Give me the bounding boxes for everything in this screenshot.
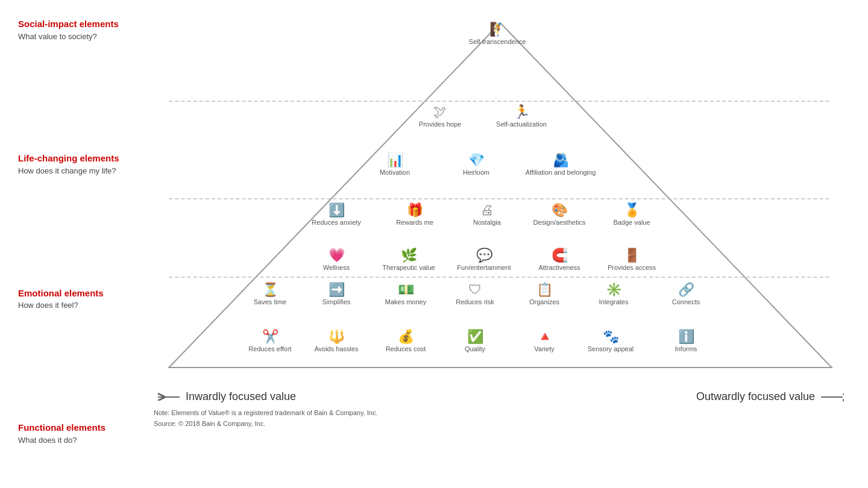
attractiveness-item: 🧲 Attractiveness: [529, 249, 590, 272]
right-arrow-label: Outwardly focused value: [696, 390, 844, 403]
heirloom-label: Heirloom: [463, 169, 489, 177]
organizes-item: 📋 Organizes: [514, 283, 574, 306]
sensory-appeal-label: Sensory appeal: [588, 345, 634, 353]
therapeutic-value-item: 🌿 Therapeutic value: [379, 249, 439, 272]
fun-entertainment-item: 💬 Fun/entertainment: [454, 249, 514, 272]
avoids-hassles-label: Avoids hassles: [314, 345, 358, 353]
reduces-cost-item: 💰 Reduces cost: [376, 330, 436, 353]
reduces-anxiety-item: ⬇️ Reduces anxiety: [306, 204, 366, 227]
social-impact-label: Social-impact elements What value to soc…: [18, 18, 151, 42]
informs-icon: ℹ️: [678, 330, 694, 343]
emotional-title: Emotional elements: [18, 287, 151, 299]
variety-label: Variety: [534, 345, 554, 353]
saves-time-icon: ⏳: [262, 283, 278, 296]
functional-label: Functional elements What does it do?: [18, 422, 151, 446]
pyramid-elements: 🧗 Self-transcendence 🕊 Provides hope 🏃 S…: [151, 12, 850, 386]
integrates-label: Integrates: [599, 298, 629, 306]
design-aesthetics-icon: 🎨: [552, 204, 568, 217]
provides-access-label: Provides access: [608, 264, 656, 272]
avoids-hassles-item: 🔱 Avoids hassles: [306, 330, 366, 353]
arrow-row: Inwardly focused value Outwardly focused…: [151, 390, 850, 403]
variety-icon: 🔺: [536, 330, 553, 343]
social-impact-title: Social-impact elements: [18, 18, 151, 30]
left-arrow-label: Inwardly focused value: [157, 390, 296, 403]
footer-line2: Source: © 2018 Bain & Company, Inc.: [154, 419, 850, 430]
quality-icon: ✅: [467, 330, 483, 343]
connects-label: Connects: [672, 298, 700, 306]
quality-item: ✅ Quality: [445, 330, 505, 353]
provides-access-icon: 🚪: [624, 249, 640, 262]
attractiveness-label: Attractiveness: [538, 264, 580, 272]
design-aesthetics-label: Design/aesthetics: [533, 219, 586, 227]
affiliation-label: Affiliation and belonging: [526, 169, 596, 177]
attractiveness-icon: 🧲: [552, 249, 568, 262]
reduces-risk-label: Reduces risk: [456, 298, 494, 306]
motivation-item: 📊 Motivation: [365, 154, 425, 177]
affiliation-icon: 🫂: [553, 154, 569, 167]
quality-label: Quality: [465, 345, 485, 353]
design-aesthetics-item: 🎨 Design/aesthetics: [529, 204, 590, 227]
page-container: Social-impact elements What value to soc…: [0, 0, 868, 488]
wellness-item: 💗 Wellness: [306, 249, 366, 272]
functional-sub: What does it do?: [18, 435, 151, 446]
self-transcendence-label: Self-transcendence: [469, 38, 526, 46]
heirloom-item: 💎 Heirloom: [446, 154, 506, 177]
reduces-anxiety-icon: ⬇️: [329, 204, 345, 217]
emotional-label: Emotional elements How does it feel?: [18, 287, 151, 311]
functional-title: Functional elements: [18, 422, 151, 434]
self-transcendence-item: 🧗 Self-transcendence: [467, 23, 527, 46]
therapeutic-value-icon: 🌿: [401, 249, 417, 262]
sensory-appeal-item: 🐾 Sensory appeal: [577, 330, 644, 353]
fun-entertainment-label: Fun/entertainment: [457, 264, 511, 272]
rewards-me-label: Rewards me: [396, 219, 433, 227]
badge-value-label: Badge value: [613, 219, 650, 227]
reduces-effort-item: ✂️ Reduces effort: [240, 330, 300, 353]
provides-hope-item: 🕊 Provides hope: [410, 105, 470, 128]
simplifies-label: Simplifies: [322, 298, 350, 306]
therapeutic-value-label: Therapeutic value: [382, 264, 435, 272]
informs-item: ℹ️ Informs: [656, 330, 716, 353]
motivation-icon: 📊: [387, 154, 403, 167]
simplifies-icon: ➡️: [329, 283, 345, 296]
sensory-appeal-icon: 🐾: [603, 330, 619, 343]
makes-money-label: Makes money: [385, 298, 426, 306]
self-actualization-icon: 🏃: [514, 105, 530, 119]
provides-hope-icon: 🕊: [433, 105, 447, 119]
provides-hope-label: Provides hope: [419, 120, 461, 128]
saves-time-label: Saves time: [254, 298, 286, 306]
reduces-risk-icon: 🛡: [468, 283, 482, 296]
connects-item: 🔗 Connects: [656, 283, 716, 306]
integrates-icon: ✳️: [606, 283, 622, 296]
wellness-label: Wellness: [323, 264, 350, 272]
avoids-hassles-icon: 🔱: [329, 330, 345, 343]
self-actualization-label: Self-actualization: [496, 120, 547, 128]
informs-label: Informs: [675, 345, 697, 353]
organizes-icon: 📋: [536, 283, 553, 296]
provides-access-item: 🚪 Provides access: [602, 249, 662, 272]
life-changing-title: Life-changing elements: [18, 152, 151, 164]
self-actualization-item: 🏃 Self-actualization: [491, 105, 552, 128]
self-transcendence-icon: 🧗: [489, 23, 506, 36]
pyramid-container: 🧗 Self-transcendence 🕊 Provides hope 🏃 S…: [151, 12, 850, 386]
organizes-label: Organizes: [529, 298, 559, 306]
nostalgia-item: 🖨 Nostalgia: [457, 204, 517, 227]
connects-icon: 🔗: [678, 283, 694, 296]
heirloom-icon: 💎: [468, 154, 485, 167]
simplifies-item: ➡️ Simplifies: [306, 283, 366, 306]
wellness-icon: 💗: [329, 249, 345, 262]
right-arrow-icon: [820, 391, 844, 403]
nostalgia-icon: 🖨: [480, 204, 494, 217]
badge-value-item: 🏅 Badge value: [602, 204, 662, 227]
life-changing-label: Life-changing elements How does it chang…: [18, 152, 151, 177]
reduces-effort-icon: ✂️: [262, 330, 278, 343]
reduces-anxiety-label: Reduces anxiety: [312, 219, 360, 227]
reduces-effort-label: Reduces effort: [248, 345, 291, 353]
outward-label: Outwardly focused value: [696, 390, 815, 403]
rewards-me-item: 🎁 Rewards me: [385, 204, 445, 227]
reduces-risk-item: 🛡 Reduces risk: [445, 283, 505, 306]
badge-value-icon: 🏅: [624, 204, 640, 217]
social-impact-sub: What value to society?: [18, 31, 151, 42]
nostalgia-label: Nostalgia: [473, 219, 501, 227]
rewards-me-icon: 🎁: [407, 204, 423, 217]
main-area: 🧗 Self-transcendence 🕊 Provides hope 🏃 S…: [151, 12, 850, 482]
